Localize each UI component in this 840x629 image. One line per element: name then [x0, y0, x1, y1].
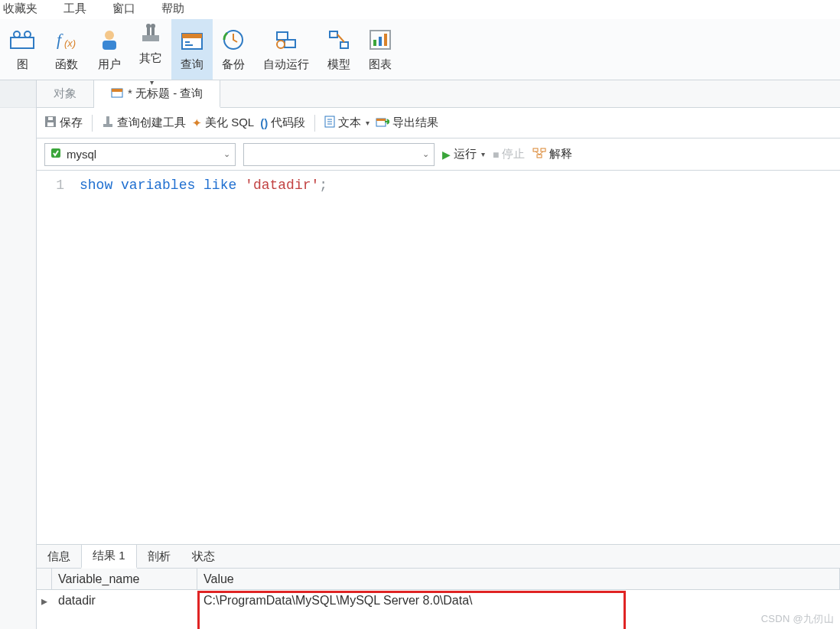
ribbon-model[interactable]: 模型 — [318, 19, 360, 80]
stop-button[interactable]: ■ 停止 — [493, 147, 525, 161]
tab-query[interactable]: * 无标题 - 查询 — [94, 80, 220, 108]
chevron-down-icon[interactable]: ▾ — [150, 78, 154, 86]
svg-rect-39 — [376, 119, 386, 121]
result-tab-result1[interactable]: 结果 1 — [81, 545, 137, 569]
menu-help[interactable]: 帮助 — [161, 2, 184, 16]
text-mode-button[interactable]: 文本 — [324, 116, 370, 130]
code-area[interactable]: show variables like 'datadir'; — [73, 171, 840, 544]
explain-button[interactable]: 解释 — [532, 147, 572, 161]
svg-point-10 — [146, 24, 151, 28]
menu-window[interactable]: 窗口 — [112, 2, 135, 16]
svg-rect-31 — [48, 117, 53, 120]
cell-value[interactable]: C:\ProgramData\MySQL\MySQL Server 8.0\Da… — [197, 592, 840, 609]
svg-point-19 — [277, 41, 285, 48]
svg-rect-33 — [103, 124, 112, 127]
connection-combo[interactable]: mysql ⌄ — [44, 143, 236, 166]
run-button[interactable]: ▶ 运行 — [442, 147, 485, 161]
sidebar-slot — [0, 80, 36, 108]
svg-rect-43 — [537, 155, 542, 158]
connection-value: mysql — [67, 148, 96, 161]
braces-icon: () — [260, 116, 268, 129]
tab-objects-label: 对象 — [54, 86, 77, 101]
column-header-value[interactable]: Value — [197, 569, 840, 589]
ribbon-view-label: 图 — [17, 57, 28, 72]
db-connection-icon — [50, 147, 62, 161]
svg-rect-20 — [330, 31, 337, 37]
result-tab-profile[interactable]: 剖析 — [137, 545, 181, 568]
view-icon — [9, 27, 35, 53]
svg-rect-28 — [112, 89, 122, 92]
svg-point-5 — [105, 31, 114, 40]
beautify-sql-button[interactable]: ✦ 美化 SQL — [192, 116, 254, 130]
chevron-down-icon: ⌄ — [223, 149, 230, 159]
watermark: CSDN @九仞山 — [761, 612, 834, 626]
svg-rect-13 — [182, 34, 202, 38]
database-combo[interactable]: ⌄ — [243, 143, 435, 166]
result-tab-status[interactable]: 状态 — [181, 545, 226, 568]
separator — [314, 115, 315, 132]
ribbon-other[interactable]: 其它 ▾ — [130, 19, 171, 80]
control-row: mysql ⌄ ⌄ ▶ 运行 ■ 停止 解释 — [37, 139, 840, 171]
ribbon-backup[interactable]: 备份 — [213, 19, 254, 80]
query-builder-button[interactable]: 查询创建工具 — [102, 116, 186, 130]
svg-point-1 — [14, 31, 20, 37]
menu-bar: 收藏夹 工具 窗口 帮助 — [0, 0, 840, 19]
menu-favorites[interactable]: 收藏夹 — [3, 2, 37, 16]
svg-rect-42 — [541, 148, 545, 152]
svg-point-11 — [151, 24, 155, 28]
svg-rect-21 — [340, 42, 348, 48]
separator — [92, 115, 93, 132]
svg-rect-41 — [533, 148, 538, 152]
result-grid: Variable_name Value ▸ datadir C:\Program… — [37, 569, 840, 629]
save-button[interactable]: 保存 — [44, 116, 83, 130]
menu-tools[interactable]: 工具 — [63, 2, 86, 16]
ribbon-backup-label: 备份 — [222, 57, 245, 72]
result-tab-strip: 信息 结果 1 剖析 状态 — [37, 544, 840, 569]
snippets-button[interactable]: () 代码段 — [260, 116, 305, 130]
table-row[interactable]: ▸ datadir C:\ProgramData\MySQL\MySQL Ser… — [37, 590, 840, 611]
export-button[interactable]: 导出结果 — [376, 116, 438, 130]
editor-tab-strip: 对象 * 无标题 - 查询 — [37, 80, 840, 108]
query-tab-icon — [111, 87, 123, 100]
save-label: 保存 — [60, 116, 83, 130]
ribbon-query[interactable]: 查询 — [171, 19, 213, 80]
line-number: 1 — [37, 175, 64, 195]
tab-objects[interactable]: 对象 — [37, 80, 94, 107]
wand-icon: ✦ — [192, 116, 202, 130]
svg-rect-8 — [147, 28, 150, 35]
svg-line-45 — [539, 152, 543, 155]
column-header-variable[interactable]: Variable_name — [52, 569, 197, 589]
run-label: 运行 — [454, 147, 477, 161]
ribbon-view[interactable]: 图 — [0, 19, 44, 80]
query-builder-label: 查询创建工具 — [117, 116, 186, 130]
cell-value-text: C:\ProgramData\MySQL\MySQL Server 8.0\Da… — [203, 594, 473, 607]
ribbon-function[interactable]: f(x) 函数 — [44, 19, 89, 80]
svg-text:f: f — [57, 30, 63, 49]
tab-empty — [220, 80, 840, 107]
chevron-down-icon: ⌄ — [422, 149, 429, 159]
user-icon — [99, 27, 120, 53]
keyword-variables: variables — [121, 178, 195, 193]
svg-rect-9 — [151, 28, 155, 35]
chart-icon — [369, 27, 392, 53]
page-icon — [324, 116, 335, 130]
ribbon-chart[interactable]: 图表 — [360, 19, 401, 80]
ribbon: 图 f(x) 函数 用户 其它 ▾ 查询 备份 — [0, 19, 840, 80]
builder-icon — [102, 116, 114, 130]
ribbon-other-label: 其它 — [139, 51, 162, 66]
result-tab-info[interactable]: 信息 — [37, 545, 81, 568]
ribbon-user[interactable]: 用户 — [89, 19, 130, 80]
stop-icon: ■ — [493, 148, 499, 161]
text-mode-label: 文本 — [338, 116, 361, 130]
ribbon-autorun[interactable]: 自动运行 — [254, 19, 318, 80]
svg-rect-17 — [277, 32, 288, 40]
function-icon: f(x) — [54, 27, 80, 53]
explain-icon — [532, 148, 546, 161]
content: 对象 * 无标题 - 查询 保存 — [0, 80, 840, 629]
main: 对象 * 无标题 - 查询 保存 — [37, 80, 840, 629]
row-marker: ▸ — [37, 590, 52, 611]
export-icon — [376, 116, 389, 130]
sql-editor[interactable]: 1 show variables like 'datadir'; — [37, 171, 840, 544]
ribbon-user-label: 用户 — [98, 57, 121, 72]
cell-variable-name[interactable]: datadir — [52, 592, 197, 609]
